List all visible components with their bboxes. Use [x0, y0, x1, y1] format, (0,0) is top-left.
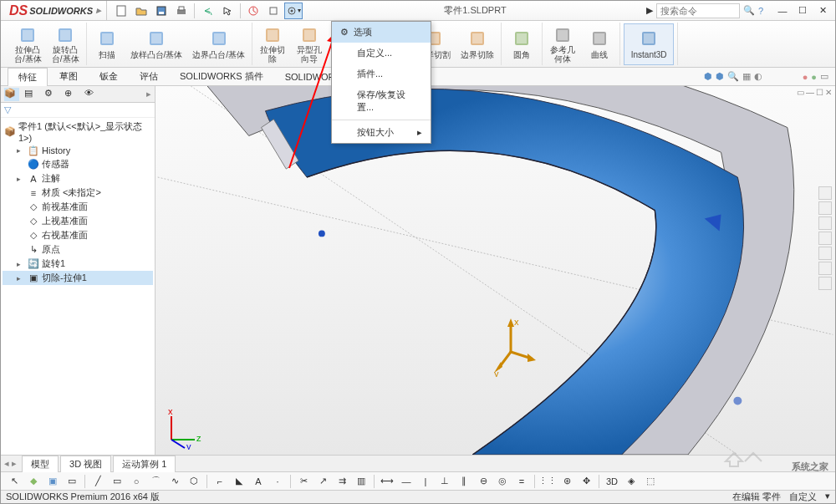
- tree-toggle[interactable]: ▸: [17, 146, 25, 155]
- side-tool-1[interactable]: [818, 201, 832, 215]
- sk-tool-1[interactable]: ◆: [25, 474, 42, 489]
- sk-offset[interactable]: ⇉: [334, 474, 350, 489]
- sk-rel-v[interactable]: |: [417, 474, 434, 489]
- fm-tab-config[interactable]: ⚙: [44, 88, 59, 101]
- menu-item-保存/恢复设置[interactable]: 保存/恢复设置...: [332, 84, 431, 118]
- appearance-icon[interactable]: ●: [803, 72, 808, 82]
- close-button[interactable]: ✕: [813, 3, 832, 18]
- sk-3d[interactable]: 3D: [604, 474, 620, 489]
- ribbon-tab-0[interactable]: 特征: [8, 68, 48, 87]
- tree-item[interactable]: ◇前视基准面: [3, 200, 153, 214]
- sweep-button[interactable]: 扫描: [90, 23, 124, 65]
- sk-corner-rect[interactable]: ▭: [109, 474, 125, 489]
- boundary-cut-button[interactable]: 边界切除: [457, 23, 497, 65]
- undo-button[interactable]: [198, 3, 217, 19]
- sk-text[interactable]: A: [250, 474, 267, 489]
- tree-item[interactable]: ≡材质 <未指定>: [3, 186, 153, 200]
- sk-rel-eq[interactable]: =: [513, 474, 530, 489]
- tree-item[interactable]: 🔵传感器: [3, 157, 153, 171]
- menu-item-按钮大小[interactable]: 按钮大小▸: [332, 122, 431, 143]
- filter-icon[interactable]: ▽: [4, 104, 11, 115]
- tree-item[interactable]: ▸▣切除-拉伸1: [3, 271, 153, 285]
- child-min-button[interactable]: ▭: [797, 88, 804, 97]
- sk-cursor[interactable]: ▭: [64, 474, 80, 489]
- search-run-icon[interactable]: ▶: [646, 5, 653, 16]
- sk-tool-2[interactable]: ▣: [44, 474, 61, 489]
- sk-arc[interactable]: ⌒: [147, 474, 164, 489]
- side-tool-6[interactable]: [818, 277, 832, 290]
- tree-toggle[interactable]: ▸: [17, 260, 25, 268]
- sk-pattern-circ[interactable]: ⊛: [558, 474, 575, 489]
- view-tab-0[interactable]: 模型: [22, 456, 59, 472]
- ribbon-tab-3[interactable]: 评估: [130, 68, 168, 85]
- sk-rel-par[interactable]: ∥: [456, 474, 472, 489]
- fm-tab-property[interactable]: ▤: [24, 88, 39, 101]
- fm-tab-tree[interactable]: 📦: [4, 88, 19, 101]
- sk-plane[interactable]: ◈: [623, 474, 640, 489]
- status-customize[interactable]: 自定义: [789, 491, 817, 503]
- sk-chamfer[interactable]: ◣: [231, 474, 247, 489]
- sk-select[interactable]: ↖: [6, 474, 23, 489]
- print-button[interactable]: [172, 3, 191, 19]
- sk-line[interactable]: ╱: [89, 474, 106, 489]
- search-icon[interactable]: 🔍: [743, 5, 755, 16]
- section-icon[interactable]: ◐: [754, 71, 762, 82]
- tree-item[interactable]: ↳原点: [3, 242, 153, 257]
- child-max-button[interactable]: ☐: [816, 88, 823, 97]
- child-close-button[interactable]: ✕: [825, 88, 832, 97]
- fm-collapse-icon[interactable]: ▸: [146, 89, 151, 99]
- fm-tab-display[interactable]: 👁: [84, 88, 99, 101]
- render-icon[interactable]: ▭: [820, 71, 828, 82]
- maximize-button[interactable]: ☐: [793, 3, 812, 18]
- options-button[interactable]: [264, 3, 283, 19]
- search-input[interactable]: [656, 3, 740, 18]
- sk-polygon[interactable]: ⬡: [186, 474, 202, 489]
- sk-extend[interactable]: ↗: [314, 474, 331, 489]
- side-tool-2[interactable]: [818, 216, 832, 230]
- tree-item[interactable]: ▸📋History: [3, 144, 153, 157]
- sk-rel-conc[interactable]: ◎: [494, 474, 511, 489]
- sk-spline[interactable]: ∿: [166, 474, 183, 489]
- sk-dim[interactable]: ⟷: [379, 474, 395, 489]
- drag-handle-2[interactable]: [733, 397, 742, 405]
- tree-item[interactable]: ◇上视基准面: [3, 214, 153, 228]
- sk-fillet[interactable]: ⌐: [212, 474, 228, 489]
- sk-misc[interactable]: ⬚: [642, 474, 659, 489]
- side-tool-5[interactable]: [818, 262, 832, 275]
- tree-toggle[interactable]: ▸: [17, 175, 25, 183]
- rebuild-button[interactable]: [244, 3, 263, 19]
- sk-circle[interactable]: ○: [128, 474, 145, 489]
- status-icon[interactable]: ▾: [825, 491, 830, 503]
- curves-button[interactable]: 曲线: [583, 23, 616, 65]
- side-tool-3[interactable]: [818, 232, 832, 245]
- ribbon-tab-1[interactable]: 草图: [49, 68, 88, 85]
- fillet-button[interactable]: 圆角: [505, 23, 538, 65]
- hole-wizard-button[interactable]: 异型孔向导: [293, 23, 326, 65]
- minimize-button[interactable]: —: [773, 3, 792, 18]
- boundary-boss-button[interactable]: 边界凸台/基体: [189, 23, 248, 65]
- revolve-boss-button[interactable]: 旋转凸台/基体: [48, 23, 83, 65]
- select-button[interactable]: [218, 3, 237, 19]
- sk-pattern-lin[interactable]: ⋮⋮: [539, 474, 556, 489]
- display-style-icon[interactable]: ▦: [742, 71, 751, 82]
- zoom-fit-icon[interactable]: 🔍: [727, 71, 739, 82]
- sk-move[interactable]: ✥: [578, 474, 594, 489]
- ribbon-tab-4[interactable]: SOLIDWORKS 插件: [170, 68, 273, 85]
- fm-tab-dim[interactable]: ⊕: [64, 88, 79, 101]
- view-cube-icon[interactable]: ⬢: [704, 71, 712, 82]
- ribbon-tab-2[interactable]: 钣金: [89, 68, 128, 85]
- view-tab-1[interactable]: 3D 视图: [60, 456, 111, 472]
- menu-item-插件[interactable]: 插件...: [332, 64, 431, 84]
- scene-icon[interactable]: ●: [811, 72, 817, 82]
- sk-point[interactable]: ·: [269, 474, 286, 489]
- settings-gear-button[interactable]: ▾: [284, 3, 303, 19]
- child-restore-button[interactable]: —: [806, 88, 814, 97]
- save-button[interactable]: [152, 3, 171, 19]
- menu-item-选项[interactable]: ⚙选项: [332, 22, 431, 43]
- view-cube-icon-2[interactable]: ⬢: [716, 71, 724, 82]
- 3d-viewport[interactable]: [155, 86, 835, 455]
- loft-boss-button[interactable]: 放样凸台/基体: [127, 23, 186, 65]
- sk-rel-perp[interactable]: ⊥: [436, 474, 453, 489]
- sk-rel-h[interactable]: —: [398, 474, 415, 489]
- extrude-cut-button[interactable]: 拉伸切除: [256, 23, 289, 65]
